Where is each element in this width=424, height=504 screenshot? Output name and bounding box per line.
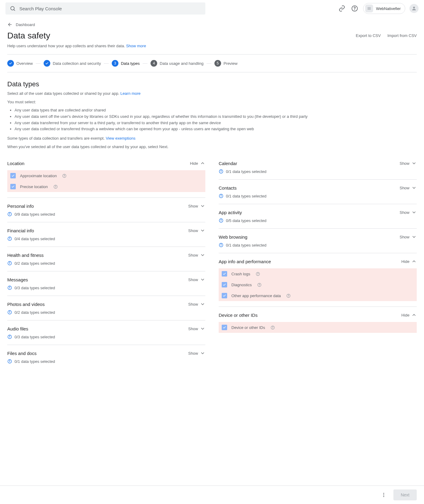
category-items: Approximate locationPrecise location [7,170,205,192]
category-app-info-and-performance: App info and performanceHideCrash logsDi… [219,253,417,307]
category-toggle[interactable]: Show [399,234,417,240]
show-more-link[interactable]: Show more [126,44,146,48]
chevron-down-icon [200,350,205,356]
category-toggle[interactable]: Hide [401,312,417,318]
category-header[interactable]: Web browsingShow [219,234,417,240]
category-header[interactable]: Audio filesShow [7,326,205,331]
avatar[interactable] [409,4,419,13]
item-label: Approximate location [20,174,57,178]
category-title: Web browsing [219,234,247,240]
data-type-item[interactable]: Approximate location [7,170,205,181]
help-icon[interactable] [350,4,359,13]
app-selector[interactable]: WebNativefier [363,3,405,14]
step-label: Data types [121,61,140,66]
category-toggle[interactable]: Show [188,326,205,331]
step-badge: 3 [112,60,118,67]
chevron-down-icon [200,326,205,331]
svg-point-48 [289,297,289,297]
step-data-types[interactable]: 3Data types [112,60,140,67]
svg-point-39 [221,220,221,220]
category-calendar: CalendarShow0/1 data types selected [219,155,417,180]
data-type-item[interactable]: Diagnostics [219,279,417,290]
category-header[interactable]: Personal infoShow [7,203,205,209]
category-financial-info: Financial infoShow0/4 data types selecte… [7,222,205,247]
step-label: Overview [16,61,33,66]
data-type-item[interactable]: Precise location [7,181,205,192]
category-header[interactable]: Files and docsShow [7,350,205,356]
view-exemptions-link[interactable]: View exemptions [106,136,135,141]
category-files-and-docs: Files and docsShow0/1 data types selecte… [7,345,205,369]
category-toggle[interactable]: Show [188,203,205,209]
category-toggle[interactable]: Show [188,301,205,307]
search-input[interactable] [19,6,201,11]
category-toggle[interactable]: Show [188,277,205,282]
chevron-down-icon [200,277,205,282]
category-header[interactable]: Photos and videosShow [7,301,205,307]
chevron-down-icon [411,234,417,240]
step-label: Data collection and security [53,61,101,66]
category-header[interactable]: Health and fitnessShow [7,252,205,258]
category-status: 0/5 data types selected [219,218,417,223]
breadcrumb[interactable]: Dashboard [7,20,417,30]
chevron-up-icon [411,312,417,318]
category-status: 0/4 data types selected [7,236,205,241]
intro-p3: Some types of data collection and transf… [7,135,417,141]
category-contacts: ContactsShow0/1 data types selected [219,180,417,204]
chevron-down-icon [200,252,205,258]
category-header[interactable]: Financial infoShow [7,228,205,233]
item-label: Other app performance data [231,293,281,298]
data-type-item[interactable]: Crash logs [219,268,417,279]
intro-p4: When you've selected all of the user dat… [7,144,417,150]
category-messages: MessagesShow0/3 data types selected [7,271,205,296]
category-toggle[interactable]: Show [188,252,205,258]
category-status: 0/3 data types selected [7,334,205,339]
item-label: Diagnostics [231,283,252,287]
step-data-collection-and-security[interactable]: Data collection and security [44,60,101,67]
chevron-down-icon [411,210,417,215]
search-box[interactable] [5,2,205,15]
category-toggle[interactable]: Show [399,161,417,166]
category-status: 0/2 data types selected [7,310,205,315]
step-preview[interactable]: 5Preview [214,60,237,67]
category-title: Calendar [219,161,237,166]
data-type-item[interactable]: Device or other IDs [219,322,417,333]
export-csv-button[interactable]: Export to CSV [356,33,381,38]
category-header[interactable]: CalendarShow [219,161,417,166]
data-type-item[interactable]: Other app performance data [219,290,417,301]
category-header[interactable]: App activityShow [219,210,417,215]
step-data-usage-and-handling[interactable]: 4Data usage and handling [151,60,204,67]
svg-point-42 [221,244,221,244]
category-status: 0/3 data types selected [7,285,205,290]
svg-point-9 [55,187,56,188]
category-header[interactable]: ContactsShow [219,185,417,191]
category-web-browsing: Web browsingShow0/1 data types selected [219,229,417,253]
svg-point-30 [9,360,10,361]
chevron-down-icon [200,301,205,307]
category-toggle[interactable]: Hide [190,161,205,166]
category-title: Photos and videos [7,302,45,307]
category-header[interactable]: MessagesShow [7,277,205,282]
checkbox-icon [222,293,227,298]
category-header[interactable]: Device or other IDsHide [219,312,417,318]
import-csv-button[interactable]: Import from CSV [387,33,417,38]
svg-point-33 [221,171,221,171]
category-title: Contacts [219,185,237,191]
intro-bullet: Any user data types that are collected a… [15,107,417,114]
category-header[interactable]: LocationHide [7,161,205,166]
link-icon[interactable] [338,4,346,13]
learn-more-link[interactable]: Learn more [121,91,141,96]
category-title: App activity [219,210,242,215]
category-toggle[interactable]: Show [188,350,205,356]
step-overview[interactable]: Overview [7,60,33,67]
intro-bullets: Any user data types that are collected a… [15,107,417,132]
category-header[interactable]: App info and performanceHide [219,259,417,264]
category-toggle[interactable]: Show [188,228,205,233]
category-toggle[interactable]: Show [399,185,417,191]
svg-point-15 [9,238,10,238]
category-toggle[interactable]: Show [399,210,417,215]
svg-point-4 [413,7,415,8]
intro-bullet: Any user data collected or transferred t… [15,126,417,132]
svg-point-7 [65,177,65,177]
category-toggle[interactable]: Hide [401,259,417,264]
svg-point-0 [11,6,14,10]
